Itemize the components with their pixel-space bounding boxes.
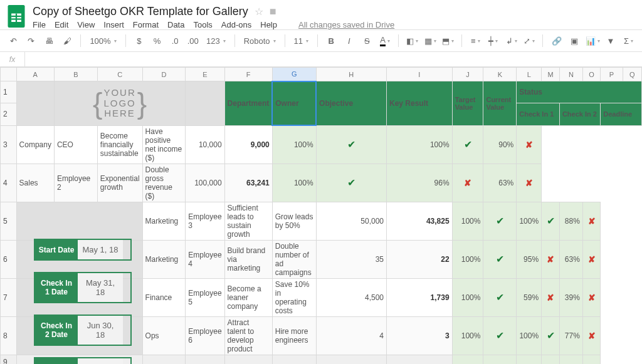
italic-icon[interactable]: I bbox=[342, 33, 357, 48]
print-icon[interactable]: 🖶 bbox=[42, 33, 56, 48]
cell-dl-status[interactable]: ✘ bbox=[517, 164, 542, 202]
cell-target[interactable]: 35 bbox=[316, 240, 386, 278]
cell-c1-pct[interactable]: 100% bbox=[452, 278, 483, 316]
cell-current[interactable]: 1,739 bbox=[386, 278, 452, 316]
col-J[interactable]: J bbox=[452, 68, 483, 81]
cell-dl-status[interactable]: ✘ bbox=[517, 125, 542, 164]
merge-icon[interactable]: ⬒ bbox=[441, 33, 456, 48]
cell-c1-pct[interactable]: 100% bbox=[452, 316, 483, 355]
cell-c1-status[interactable]: ✔ bbox=[483, 202, 517, 240]
cell-c2-status[interactable]: ✘ bbox=[542, 240, 560, 278]
cell-owner[interactable]: CEO bbox=[54, 125, 97, 164]
cell-c1-status[interactable]: ✔ bbox=[483, 316, 517, 355]
cell-target[interactable]: 100,000 bbox=[186, 164, 224, 202]
menu-view[interactable]: View bbox=[77, 20, 95, 29]
cell-c1-pct[interactable]: 100% bbox=[272, 164, 316, 202]
cell-dept[interactable]: Sales bbox=[16, 164, 54, 202]
cell-dept[interactable]: Ops bbox=[142, 316, 186, 355]
document-title[interactable]: Copy of Sheetgo OKR Template for Gallery bbox=[33, 5, 248, 18]
col-B[interactable]: B bbox=[54, 68, 97, 81]
col-C[interactable]: C bbox=[97, 68, 142, 81]
cell-current[interactable]: 3 bbox=[386, 316, 452, 355]
col-K[interactable]: K bbox=[483, 68, 517, 81]
cell-dl-status[interactable]: ✘ bbox=[582, 316, 600, 355]
redo-icon[interactable]: ↷ bbox=[24, 33, 39, 48]
valign-icon[interactable]: ┿ bbox=[487, 33, 501, 48]
col-M[interactable]: M bbox=[542, 68, 560, 81]
row-header[interactable]: 5 bbox=[1, 202, 17, 240]
cell-c2-pct[interactable]: 100% bbox=[517, 316, 542, 355]
chart-icon[interactable]: 📊 bbox=[586, 33, 600, 48]
menu-addons[interactable]: Add-ons bbox=[221, 20, 251, 29]
bold-icon[interactable]: B bbox=[324, 33, 339, 48]
cell-current[interactable]: 22 bbox=[386, 240, 452, 278]
percent-icon[interactable]: % bbox=[150, 33, 164, 48]
zoom-select[interactable]: 100% bbox=[87, 36, 118, 46]
date-value[interactable]: May 31, 18 bbox=[78, 273, 123, 302]
cell-c2-status[interactable]: ✘ bbox=[542, 278, 560, 316]
cell-c2-status[interactable]: ✔ bbox=[452, 125, 483, 164]
date-value[interactable]: Jul 31, 18 bbox=[78, 358, 123, 364]
menu-insert[interactable]: Insert bbox=[103, 20, 124, 29]
menu-edit[interactable]: Edit bbox=[55, 20, 68, 29]
cell-c2-pct[interactable]: 100% bbox=[517, 202, 542, 240]
row-header[interactable]: 9 bbox=[1, 355, 17, 364]
cell-dl-pct[interactable]: 90% bbox=[483, 125, 517, 164]
cell-key-result[interactable]: Grow leads by 50% bbox=[272, 202, 316, 240]
folder-icon[interactable]: ■ bbox=[270, 5, 276, 18]
cell-objective[interactable]: Build brand via marketing bbox=[224, 240, 272, 278]
rotate-icon[interactable]: ⤢ bbox=[522, 33, 537, 48]
menu-format[interactable]: Format bbox=[133, 20, 159, 29]
col-D[interactable]: D bbox=[142, 68, 186, 81]
cell-dl-status[interactable]: ✘ bbox=[582, 202, 600, 240]
cell-dl-status[interactable]: ✘ bbox=[582, 278, 600, 316]
col-Q[interactable]: Q bbox=[623, 68, 641, 81]
cell-target[interactable]: 4,500 bbox=[316, 278, 386, 316]
cell-c1-status[interactable]: ✔ bbox=[483, 278, 517, 316]
formula-input[interactable] bbox=[25, 52, 642, 66]
col-G[interactable]: G bbox=[272, 68, 316, 81]
cell-target[interactable]: 50,000 bbox=[316, 202, 386, 240]
cell-dept[interactable]: Marketing bbox=[142, 202, 186, 240]
row-header[interactable]: 6 bbox=[1, 240, 17, 278]
functions-icon[interactable]: Σ bbox=[621, 33, 636, 48]
row-header[interactable]: 3 bbox=[1, 125, 17, 164]
column-headers[interactable]: A B C D E F G H I J K L M N O P Q bbox=[1, 68, 642, 81]
cell-dept[interactable]: Company bbox=[16, 125, 54, 164]
comment-icon[interactable]: ▣ bbox=[567, 33, 582, 48]
undo-icon[interactable]: ↶ bbox=[6, 33, 21, 48]
decrease-decimal-icon[interactable]: .0 bbox=[168, 33, 182, 48]
cell-objective[interactable]: Exponential growth bbox=[97, 164, 142, 202]
cell-c2-pct[interactable]: 96% bbox=[386, 164, 452, 202]
filter-icon[interactable]: ▼ bbox=[604, 33, 618, 48]
col-H[interactable]: H bbox=[316, 68, 386, 81]
date-value[interactable]: Jun 30, 18 bbox=[78, 316, 123, 345]
col-P[interactable]: P bbox=[601, 68, 623, 81]
cell-c2-pct[interactable]: 95% bbox=[517, 240, 542, 278]
cell-dl-pct[interactable]: 63% bbox=[559, 240, 582, 278]
row-header[interactable]: 8 bbox=[1, 316, 17, 355]
cell-objective[interactable]: Sufficient leads to sustain growth bbox=[224, 202, 272, 240]
row-header[interactable]: 1 bbox=[1, 81, 17, 103]
table-row[interactable]: 5MarketingEmployee 3Sufficient leads to … bbox=[1, 202, 642, 240]
cell-objective[interactable]: Become a leaner company bbox=[224, 278, 272, 316]
format-select[interactable]: 123 bbox=[204, 36, 228, 46]
cell-c1-pct[interactable]: 100% bbox=[272, 125, 316, 164]
font-size-select[interactable]: 11 bbox=[292, 36, 311, 46]
cell-c2-status[interactable]: ✘ bbox=[452, 164, 483, 202]
row-header[interactable]: 4 bbox=[1, 164, 17, 202]
date-value[interactable]: May 1, 18 bbox=[78, 240, 123, 259]
cell-dept[interactable]: Marketing bbox=[142, 240, 186, 278]
increase-decimal-icon[interactable]: .00 bbox=[186, 33, 200, 48]
cell-key-result[interactable]: Save 10% in operating costs bbox=[272, 278, 316, 316]
col-E[interactable]: E bbox=[186, 68, 224, 81]
cell-dl-pct[interactable]: 88% bbox=[559, 202, 582, 240]
col-A[interactable]: A bbox=[16, 68, 54, 81]
cell-current[interactable]: 9,000 bbox=[224, 125, 272, 164]
cell-c2-status[interactable]: ✔ bbox=[542, 316, 560, 355]
borders-icon[interactable]: ▦ bbox=[423, 33, 438, 48]
cell-dept[interactable]: Finance bbox=[142, 278, 186, 316]
col-I[interactable]: I bbox=[386, 68, 452, 81]
table-row[interactable]: 3CompanyCEOBecome financially sustainabl… bbox=[1, 125, 642, 164]
cell-dl-status[interactable]: ✘ bbox=[582, 240, 600, 278]
